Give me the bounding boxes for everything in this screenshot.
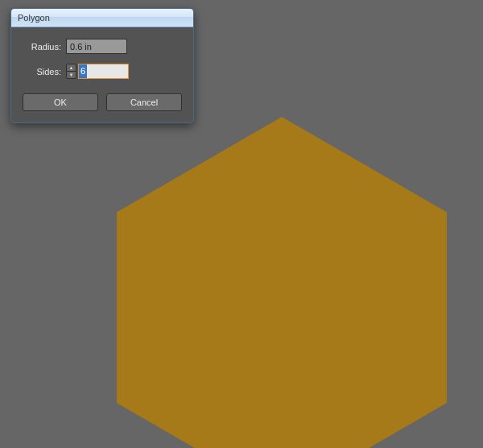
hexagon-shape — [117, 117, 455, 448]
sides-value-selected: 6 — [79, 64, 87, 78]
sides-row: Sides: ▲ ▼ 6 — [23, 64, 182, 79]
sides-input[interactable]: 6 — [78, 64, 129, 79]
dialog-titlebar[interactable]: Polygon — [11, 9, 193, 27]
radius-label: Radius: — [23, 42, 61, 52]
sides-stepper: ▲ ▼ — [66, 64, 76, 79]
cancel-button[interactable]: Cancel — [106, 93, 182, 111]
ok-button[interactable]: OK — [23, 93, 98, 111]
sides-label: Sides: — [23, 67, 61, 77]
radius-row: Radius: — [23, 39, 182, 54]
dialog-button-row: OK Cancel — [23, 93, 182, 111]
polygon-dialog: Polygon Radius: Sides: ▲ ▼ 6 OK Cancel — [10, 8, 194, 123]
radius-input[interactable] — [66, 39, 127, 54]
dialog-title: Polygon — [18, 13, 50, 23]
svg-marker-0 — [117, 117, 447, 448]
dialog-body: Radius: Sides: ▲ ▼ 6 OK Cancel — [11, 27, 193, 122]
sides-step-down-button[interactable]: ▼ — [66, 71, 76, 79]
